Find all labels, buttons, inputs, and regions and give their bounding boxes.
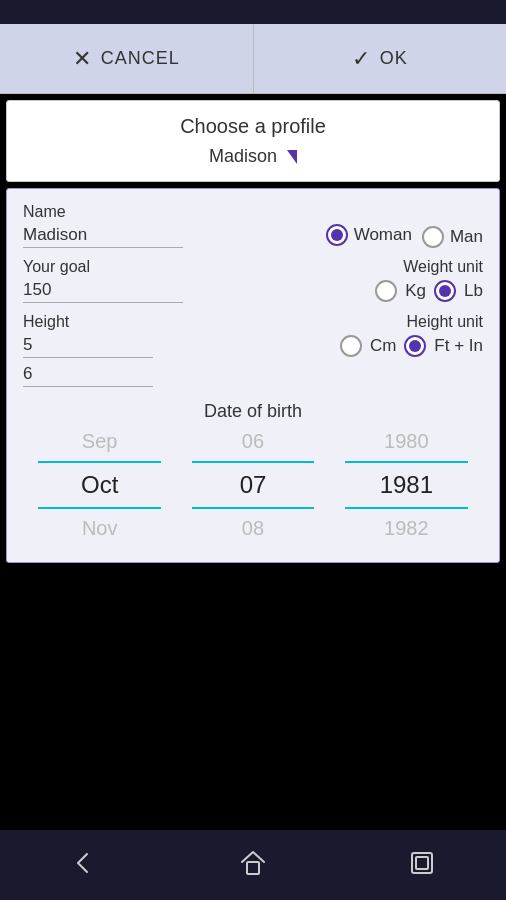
year-prev[interactable]: 1980 xyxy=(330,422,483,461)
lb-label: Lb xyxy=(464,281,483,301)
woman-radio-button[interactable] xyxy=(326,224,348,246)
name-column: Name xyxy=(23,203,183,248)
height-inputs xyxy=(23,333,153,387)
day-column: 06 07 08 xyxy=(176,422,329,548)
cancel-label: CANCEL xyxy=(101,48,180,69)
dob-title: Date of birth xyxy=(204,401,302,421)
goal-column: Your goal xyxy=(23,258,183,303)
dropdown-arrow-icon xyxy=(287,150,297,164)
home-icon xyxy=(238,848,268,878)
form-panel: Name Woman Man Your goal Weight unit Kg xyxy=(6,188,500,563)
kg-radio-button[interactable] xyxy=(375,280,397,302)
gender-column: Woman Man xyxy=(326,222,483,248)
status-bar xyxy=(0,0,506,24)
weight-unit-column: Weight unit Kg Lb xyxy=(375,258,483,302)
goal-weight-row: Your goal Weight unit Kg Lb xyxy=(23,258,483,303)
name-gender-row: Name Woman Man xyxy=(23,203,483,248)
man-label: Man xyxy=(450,227,483,247)
name-label: Name xyxy=(23,203,183,221)
home-button[interactable] xyxy=(238,848,268,882)
cm-radio-button[interactable] xyxy=(340,335,362,357)
goal-label: Your goal xyxy=(23,258,183,276)
back-icon xyxy=(69,848,99,878)
kg-label: Kg xyxy=(405,281,426,301)
back-button[interactable] xyxy=(69,848,99,882)
lb-radio-button[interactable] xyxy=(434,280,456,302)
ok-label: OK xyxy=(380,48,408,69)
woman-radio-group[interactable]: Woman xyxy=(326,224,412,246)
svg-rect-2 xyxy=(416,857,428,869)
svg-rect-0 xyxy=(247,862,259,874)
dob-section: Date of birth Sep Oct Nov 06 07 08 1980 xyxy=(23,401,483,548)
date-picker: Sep Oct Nov 06 07 08 1980 1981 1982 xyxy=(23,422,483,548)
goal-input[interactable] xyxy=(23,278,183,303)
woman-label: Woman xyxy=(354,225,412,245)
year-next[interactable]: 1982 xyxy=(330,509,483,548)
profile-chooser: Choose a profile Madison xyxy=(6,100,500,182)
recents-icon xyxy=(407,848,437,878)
cm-label: Cm xyxy=(370,336,396,356)
year-selected[interactable]: 1981 xyxy=(330,463,483,507)
man-radio-group[interactable]: Man xyxy=(422,226,483,248)
ft-radio-button[interactable] xyxy=(404,335,426,357)
action-bar: ✕ CANCEL ✓ OK xyxy=(0,24,506,94)
name-input[interactable] xyxy=(23,223,183,248)
ok-icon: ✓ xyxy=(352,46,370,72)
month-column: Sep Oct Nov xyxy=(23,422,176,548)
day-next[interactable]: 08 xyxy=(176,509,329,548)
recents-button[interactable] xyxy=(407,848,437,882)
height-feet-input[interactable] xyxy=(23,333,153,358)
weight-unit-label: Weight unit xyxy=(403,258,483,276)
height-unit-options: Cm Ft + In xyxy=(340,335,483,357)
ok-button[interactable]: ✓ OK xyxy=(254,24,507,93)
cancel-icon: ✕ xyxy=(73,46,91,72)
profile-chooser-title: Choose a profile xyxy=(180,115,326,138)
height-inches-input[interactable] xyxy=(23,362,153,387)
day-selected[interactable]: 07 xyxy=(176,463,329,507)
cancel-button[interactable]: ✕ CANCEL xyxy=(0,24,254,93)
bottom-nav-bar xyxy=(0,830,506,900)
profile-name: Madison xyxy=(209,146,277,167)
man-radio-button[interactable] xyxy=(422,226,444,248)
height-label: Height xyxy=(23,313,153,331)
year-column: 1980 1981 1982 xyxy=(330,422,483,548)
month-next[interactable]: Nov xyxy=(23,509,176,548)
ft-label: Ft + In xyxy=(434,336,483,356)
height-unit-column: Height unit Cm Ft + In xyxy=(340,313,483,357)
height-unit-label: Height unit xyxy=(407,313,484,331)
height-row: Height Height unit Cm Ft + In xyxy=(23,313,483,387)
height-column: Height xyxy=(23,313,153,387)
month-prev[interactable]: Sep xyxy=(23,422,176,461)
profile-dropdown[interactable]: Madison xyxy=(209,146,297,167)
day-prev[interactable]: 06 xyxy=(176,422,329,461)
month-selected[interactable]: Oct xyxy=(23,463,176,507)
weight-unit-options: Kg Lb xyxy=(375,280,483,302)
